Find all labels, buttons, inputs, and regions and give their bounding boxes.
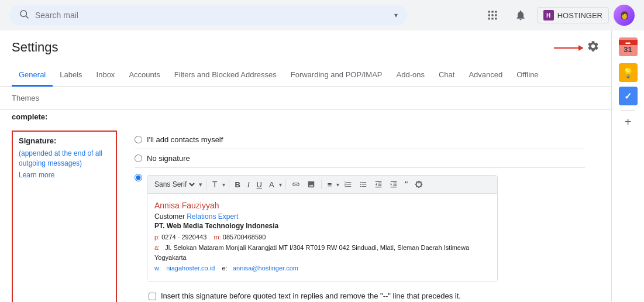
- signature-area: Signature: (appended at the end of all o…: [0, 123, 611, 302]
- radio-no-signature-label: No signature: [147, 154, 190, 163]
- topbar-right: H HOSTINGER 👩: [481, 4, 635, 27]
- insert-signature-row: Insert this signature before quoted text…: [135, 287, 461, 300]
- radio-no-signature-row: No signature: [135, 149, 585, 168]
- avatar-image: 👩: [614, 5, 635, 26]
- settings-title: Settings: [12, 40, 58, 55]
- svg-line-1: [26, 16, 28, 18]
- svg-point-0: [20, 11, 27, 17]
- search-input[interactable]: [35, 11, 388, 20]
- indent-more-btn[interactable]: [387, 179, 400, 190]
- keep-sidebar-icon[interactable]: 💡: [619, 63, 638, 82]
- sig-title: Customer Relations Expert: [154, 212, 490, 221]
- tab-chat[interactable]: Chat: [432, 64, 462, 87]
- red-arrow: [554, 47, 583, 49]
- radio-no-signature[interactable]: [135, 155, 142, 162]
- font-family-select[interactable]: Sans Serif: [152, 180, 197, 189]
- tab-labels[interactable]: Labels: [53, 64, 89, 87]
- calendar-sidebar-icon[interactable]: ▬ 31: [617, 35, 640, 59]
- sig-mobile: 085700468590: [223, 234, 266, 241]
- insert-signature-label: Insert this signature before quoted text…: [161, 291, 461, 300]
- settings-content: Settings General Labels Inbox Accounts F…: [0, 30, 611, 302]
- bullet-list-btn[interactable]: [357, 179, 370, 190]
- topbar: ▾ H HOSTINGER 👩: [0, 0, 644, 30]
- sig-name: Annisa Fauziyyah: [154, 201, 490, 210]
- sig-email-link[interactable]: annisa@hostinger.com: [233, 265, 298, 272]
- align-btn[interactable]: ≡: [325, 179, 335, 191]
- svg-rect-8: [488, 18, 490, 19]
- link-btn[interactable]: [290, 179, 302, 190]
- tab-accounts[interactable]: Accounts: [122, 64, 167, 87]
- bold-btn[interactable]: B: [233, 179, 243, 191]
- svg-rect-3: [491, 11, 493, 13]
- insert-signature-checkbox[interactable]: [149, 293, 156, 300]
- italic-btn[interactable]: I: [245, 179, 252, 191]
- tab-offline[interactable]: Offline: [509, 64, 545, 87]
- text-color-btn[interactable]: A: [267, 179, 277, 191]
- search-dropdown-icon[interactable]: ▾: [394, 11, 398, 19]
- font-size-btn[interactable]: T: [210, 178, 220, 191]
- tab-forwarding[interactable]: Forwarding and POP/IMAP: [284, 64, 390, 87]
- sig-phone: 0274 - 2920443: [161, 234, 206, 241]
- add-sidebar-btn[interactable]: +: [625, 115, 632, 129]
- sig-relations-link[interactable]: Relations: [187, 212, 216, 221]
- tab-filters[interactable]: Filters and Blocked Addresses: [167, 64, 284, 87]
- tab-advanced[interactable]: Advanced: [462, 64, 509, 87]
- search-bar[interactable]: ▾: [9, 5, 407, 25]
- radio-add-contacts-label: I'll add contacts myself: [147, 135, 223, 144]
- tab-addons[interactable]: Add-ons: [390, 64, 432, 87]
- underline-btn[interactable]: U: [254, 179, 264, 191]
- toolbar-divider-1: [206, 180, 206, 189]
- toolbar-divider-3: [285, 180, 286, 189]
- notifications-icon[interactable]: [509, 4, 532, 27]
- image-btn[interactable]: [305, 179, 318, 190]
- radio-custom-signature[interactable]: [135, 174, 142, 181]
- sig-web-label: w:: [154, 265, 161, 272]
- svg-rect-6: [491, 14, 493, 16]
- complete-label: complete:: [12, 112, 47, 121]
- learn-more-link[interactable]: Learn more: [19, 171, 110, 179]
- remove-format-btn[interactable]: [412, 179, 425, 190]
- gear-area: [554, 40, 600, 56]
- sub-tab-themes[interactable]: Themes: [12, 91, 39, 105]
- numbered-list-btn[interactable]: [342, 179, 354, 190]
- sidebar-divider: [621, 110, 635, 111]
- tab-inbox[interactable]: Inbox: [89, 64, 122, 87]
- sig-expert-link[interactable]: Expert: [218, 212, 239, 221]
- signature-label-desc: (appended at the end of all outgoing mes…: [19, 149, 102, 167]
- sub-tabs: Themes: [0, 87, 611, 110]
- signature-label-title: Signature:: [19, 136, 110, 145]
- apps-icon[interactable]: [481, 4, 504, 27]
- svg-rect-10: [495, 18, 497, 19]
- tab-general[interactable]: General: [12, 64, 53, 87]
- signature-content-area[interactable]: Annisa Fauziyyah Customer Relations Expe…: [147, 194, 497, 282]
- sig-company: PT. Web Media Technology Indonesia: [154, 222, 490, 230]
- tasks-sidebar-icon[interactable]: ✓: [619, 87, 638, 105]
- right-sidebar: ▬ 31 💡 ✓ +: [611, 30, 644, 302]
- signature-label-box: Signature: (appended at the end of all o…: [12, 131, 117, 302]
- hostinger-label: HOSTINGER: [557, 11, 602, 20]
- sig-address: Jl. Selokan Mataram Monjali Karangjati M…: [154, 244, 469, 262]
- main-layout: Settings General Labels Inbox Accounts F…: [0, 30, 644, 302]
- svg-rect-2: [488, 11, 490, 13]
- tasks-icon: ✓: [624, 91, 632, 102]
- user-avatar[interactable]: 👩: [614, 5, 635, 26]
- lightbulb-icon: 💡: [622, 67, 634, 78]
- indent-less-btn[interactable]: [372, 179, 385, 190]
- svg-rect-9: [491, 18, 493, 19]
- editor-toolbar: Sans Serif ▾ T ▾ B I U A: [147, 176, 497, 194]
- sig-address-row: a: Jl. Selokan Mataram Monjali Karangjat…: [154, 243, 490, 263]
- quote-btn[interactable]: ": [402, 178, 410, 191]
- settings-gear-icon[interactable]: [587, 40, 600, 56]
- sig-website-link[interactable]: niagahoster.co.id: [166, 265, 215, 272]
- radio-add-contacts[interactable]: [135, 136, 142, 143]
- signature-editor[interactable]: Sans Serif ▾ T ▾ B I U A: [147, 175, 498, 282]
- svg-rect-4: [495, 11, 497, 13]
- signature-options: I'll add contacts myself No signature: [135, 131, 585, 302]
- sig-email-label: e:: [222, 265, 228, 272]
- hostinger-button[interactable]: H HOSTINGER: [537, 7, 609, 23]
- sig-phone-row: p: 0274 - 2920443 m: 085700468590: [154, 232, 490, 243]
- hostinger-logo: H: [543, 10, 554, 20]
- search-icon: [19, 9, 29, 22]
- toolbar-divider-4: [321, 180, 322, 189]
- complete-section: complete:: [0, 110, 611, 123]
